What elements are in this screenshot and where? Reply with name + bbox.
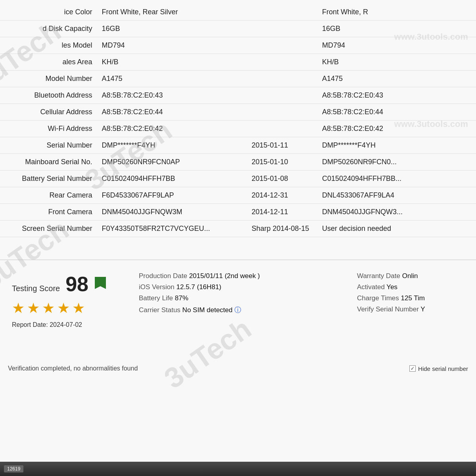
carrier-icon: ⓘ <box>234 306 241 314</box>
hide-serial-checkbox[interactable]: ✓ <box>409 365 416 372</box>
row-date-4 <box>247 71 317 87</box>
star-1: ★ <box>12 300 25 317</box>
ios-label: iOS Version <box>139 283 175 291</box>
score-title: Testing Score <box>12 284 60 293</box>
bottom-row2: Verification completed, no abnormalities… <box>0 363 476 375</box>
row-value2-1: 16GB <box>317 21 476 37</box>
row-label-12: Front Camera <box>0 204 97 221</box>
charge-val: 125 Tim <box>401 294 425 302</box>
star-3: ★ <box>42 300 55 317</box>
row-value2-11: DNL4533067AFF9LA4 <box>317 187 476 204</box>
bookmark-icon <box>95 277 106 291</box>
taskbar-item-1[interactable]: 12619 <box>4 465 23 472</box>
row-label-4: Model Number <box>0 71 97 87</box>
row-value1-7: A8:5B:78:C2:E0:42 <box>97 121 247 137</box>
main-content: ice ColorFront White, Rear SilverFront W… <box>0 0 476 259</box>
row-label-5: Bluetooth Address <box>0 87 97 104</box>
score-row: Testing Score 98 <box>12 272 123 296</box>
verify-line: Verify Serial Number Y <box>357 305 468 313</box>
table-row: Bluetooth AddressA8:5B:78:C2:E0:43A8:5B:… <box>0 87 476 104</box>
row-value2-10: C015024094HFFH7BB... <box>317 171 476 187</box>
row-label-9: Mainboard Serial No. <box>0 154 97 171</box>
activated-val: Yes <box>386 283 397 291</box>
row-label-0: ice Color <box>0 4 97 21</box>
table-row: Cellular AddressA8:5B:78:C2:E0:44A8:5B:7… <box>0 104 476 121</box>
warranty-line: Warranty Date Onlin <box>357 272 468 280</box>
hide-serial[interactable]: ✓ Hide serial number <box>409 365 468 372</box>
table-row: Rear CameraF6D4533067AFF9LAP2014-12-31DN… <box>0 187 476 204</box>
report-date-label: Report Date: <box>12 321 48 328</box>
table-row: Screen Serial NumberF0Y43350T58FR2TC7VCY… <box>0 221 476 237</box>
row-value2-7: A8:5B:78:C2:E0:42 <box>317 121 476 137</box>
row-value1-12: DNM45040JJGFNQW3M <box>97 204 247 221</box>
hide-serial-label: Hide serial number <box>418 365 468 372</box>
activated-label: Activated <box>357 283 385 291</box>
row-label-3: ales Area <box>0 54 97 71</box>
star-5: ★ <box>72 300 85 317</box>
row-label-10: Battery Serial Number <box>0 171 97 187</box>
row-value2-0: Front White, R <box>317 4 476 21</box>
row-value1-13: F0Y43350T58FR2TC7VCYGEU... <box>97 221 247 237</box>
row-value1-3: KH/B <box>97 54 247 71</box>
screen: 3uTech 3uTech 3uTech 3uTech www.3utools.… <box>0 0 476 476</box>
production-date-line: Production Date 2015/01/11 (2nd week ) <box>139 272 341 280</box>
row-date-10: 2015-01-08 <box>247 171 317 187</box>
row-date-8: 2015-01-11 <box>247 137 317 154</box>
taskbar: 12619 <box>0 462 476 476</box>
report-date-value: 2024-07-02 <box>50 321 82 328</box>
row-label-8: Serial Number <box>0 137 97 154</box>
table-row: ice ColorFront White, Rear SilverFront W… <box>0 4 476 21</box>
row-date-9: 2015-01-10 <box>247 154 317 171</box>
row-date-11: 2014-12-31 <box>247 187 317 204</box>
row-label-1: d Disk Capacity <box>0 21 97 37</box>
row-date-2 <box>247 37 317 54</box>
right-info: Warranty Date Onlin Activated Yes Charge… <box>349 268 476 363</box>
row-label-2: les Model <box>0 37 97 54</box>
row-label-13: Screen Serial Number <box>0 221 97 237</box>
table-row: d Disk Capacity16GB16GB <box>0 21 476 37</box>
warranty-val: Onlin <box>402 272 418 280</box>
activated-line: Activated Yes <box>357 283 468 291</box>
star-2: ★ <box>27 300 40 317</box>
table-row: Mainboard Serial No.DMP50260NR9FCN0AP201… <box>0 154 476 171</box>
row-value1-2: MD794 <box>97 37 247 54</box>
table-row: Front CameraDNM45040JJGFNQW3M2014-12-11D… <box>0 204 476 221</box>
row-value2-6: A8:5B:78:C2:E0:44 <box>317 104 476 121</box>
warranty-label: Warranty Date <box>357 272 400 280</box>
table-row: Battery Serial NumberC015024094HFFH7BB20… <box>0 171 476 187</box>
bottom-row1: Testing Score 98 ★ ★ ★ ★ ★ Report Date: … <box>0 260 476 363</box>
row-value1-10: C015024094HFFH7BB <box>97 171 247 187</box>
verify-val: Y <box>420 305 425 313</box>
battery-val: 87% <box>175 294 188 302</box>
row-date-5 <box>247 87 317 104</box>
row-value1-0: Front White, Rear Silver <box>97 4 247 21</box>
ios-line: iOS Version 12.5.7 (16H81) <box>139 283 341 291</box>
carrier-val: No SIM detected <box>182 306 233 314</box>
row-value1-9: DMP50260NR9FCN0AP <box>97 154 247 171</box>
row-value2-2: MD794 <box>317 37 476 54</box>
table-row: Model NumberA1475A1475 <box>0 71 476 87</box>
verification-text: Verification completed, no abnormalities… <box>8 365 138 372</box>
production-date-label: Production Date <box>139 272 187 280</box>
row-value1-4: A1475 <box>97 71 247 87</box>
table-row: Wi-Fi AddressA8:5B:78:C2:E0:42A8:5B:78:C… <box>0 121 476 137</box>
charge-label: Charge Times <box>357 294 399 302</box>
row-date-13: Sharp 2014-08-15 <box>247 221 317 237</box>
table-row: Serial NumberDMP*******F4YH2015-01-11DMP… <box>0 137 476 154</box>
row-date-6 <box>247 104 317 121</box>
row-date-0 <box>247 4 317 21</box>
row-label-7: Wi-Fi Address <box>0 121 97 137</box>
score-section: Testing Score 98 ★ ★ ★ ★ ★ Report Date: … <box>4 268 131 363</box>
row-value1-6: A8:5B:78:C2:E0:44 <box>97 104 247 121</box>
row-value1-11: F6D4533067AFF9LAP <box>97 187 247 204</box>
battery-label: Battery Life <box>139 294 173 302</box>
row-date-3 <box>247 54 317 71</box>
row-label-11: Rear Camera <box>0 187 97 204</box>
stars: ★ ★ ★ ★ ★ <box>12 300 123 317</box>
info-table: ice ColorFront White, Rear SilverFront W… <box>0 4 476 237</box>
table-row: les ModelMD794MD794 <box>0 37 476 54</box>
row-date-7 <box>247 121 317 137</box>
star-4: ★ <box>57 300 70 317</box>
row-value2-12: DNM45040JJGFNQW3... <box>317 204 476 221</box>
row-value1-5: A8:5B:78:C2:E0:43 <box>97 87 247 104</box>
